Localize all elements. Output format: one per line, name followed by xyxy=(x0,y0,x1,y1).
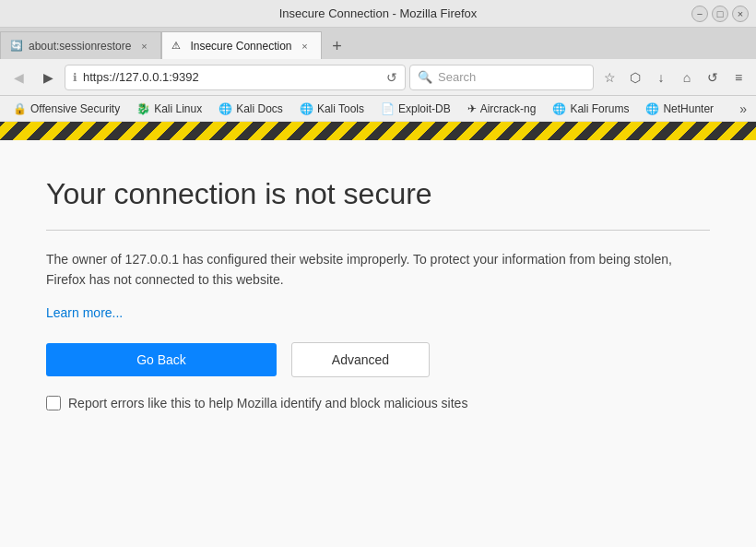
warning-stripe xyxy=(0,122,756,140)
window-controls: − □ × xyxy=(691,6,749,22)
address-bar[interactable]: ℹ https://127.0.0.1:9392 ↺ xyxy=(65,65,406,90)
bookmark-aircrack[interactable]: ✈ Aircrack-ng xyxy=(460,101,544,117)
go-back-button[interactable]: Go Back xyxy=(46,343,277,376)
report-errors-checkbox[interactable] xyxy=(46,396,61,410)
maximize-button[interactable]: □ xyxy=(712,6,728,22)
address-text: https://127.0.0.1:9392 xyxy=(83,70,381,84)
toolbar-icons: ☆ ⬡ ↓ ⌂ ↺ ≡ xyxy=(597,65,750,89)
bookmark-nethunter-icon: 🌐 xyxy=(645,102,659,115)
tab-session-favicon: 🔄 xyxy=(10,40,23,53)
bookmark-nethunter-label: NetHunter xyxy=(663,102,714,115)
home-button[interactable]: ⌂ xyxy=(675,65,699,89)
bookmark-kali-tools-icon: 🌐 xyxy=(300,102,313,115)
tab-insecure-label: Insecure Connection xyxy=(190,40,291,53)
learn-more-link[interactable]: Learn more... xyxy=(46,305,710,320)
bookmark-kali-linux-label: Kali Linux xyxy=(154,102,202,115)
checkbox-row: Report errors like this to help Mozilla … xyxy=(46,396,710,410)
tab-session-label: about:sessionrestore xyxy=(29,40,131,53)
navigation-bar: ◀ ▶ ℹ https://127.0.0.1:9392 ↺ 🔍 Search … xyxy=(0,59,756,96)
bookmark-offensive-security-label: Offensive Security xyxy=(30,102,120,115)
bookmark-kali-forums[interactable]: 🌐 Kali Forums xyxy=(545,101,636,117)
tab-insecure-close[interactable]: × xyxy=(297,39,312,54)
bookmark-exploit-db-label: Exploit-DB xyxy=(398,102,451,115)
tab-session-close[interactable]: × xyxy=(136,39,151,54)
insecure-icon: ℹ xyxy=(73,71,77,84)
bookmark-offensive-security[interactable]: 🔒 Offensive Security xyxy=(6,101,127,117)
downloads-button[interactable]: ↓ xyxy=(649,65,673,89)
bookmark-kali-tools-label: Kali Tools xyxy=(317,102,364,115)
bookmark-kali-linux-icon: 🐉 xyxy=(136,102,150,115)
tab-insecure-favicon: ⚠ xyxy=(171,40,184,53)
main-content: Your connection is not secure The owner … xyxy=(0,140,756,429)
minimize-button[interactable]: − xyxy=(691,6,708,22)
bookmark-kali-forums-label: Kali Forums xyxy=(570,102,629,115)
sync-button[interactable]: ↺ xyxy=(701,65,725,89)
search-icon: 🔍 xyxy=(418,70,432,84)
bookmark-aircrack-icon: ✈ xyxy=(467,102,477,115)
forward-button[interactable]: ▶ xyxy=(35,65,61,90)
bookmarks-more-button[interactable]: » xyxy=(736,100,750,118)
bookmark-kali-docs[interactable]: 🌐 Kali Docs xyxy=(211,101,290,117)
tab-bar: 🔄 about:sessionrestore × ⚠ Insecure Conn… xyxy=(0,28,756,59)
bookmark-kali-docs-icon: 🌐 xyxy=(219,102,232,115)
error-heading: Your connection is not secure xyxy=(46,177,710,211)
bookmark-exploit-db-icon: 📄 xyxy=(381,102,395,115)
back-button[interactable]: ◀ xyxy=(6,65,31,90)
bookmark-aircrack-label: Aircrack-ng xyxy=(480,102,537,115)
buttons-row: Go Back Advanced xyxy=(46,342,710,377)
divider xyxy=(46,230,710,231)
bookmark-kali-tools[interactable]: 🌐 Kali Tools xyxy=(292,101,372,117)
pocket-button[interactable]: ⬡ xyxy=(623,65,647,89)
search-placeholder: Search xyxy=(438,70,476,84)
tab-insecure[interactable]: ⚠ Insecure Connection × xyxy=(161,31,322,59)
bookmark-exploit-db[interactable]: 📄 Exploit-DB xyxy=(373,101,458,117)
bookmark-nethunter[interactable]: 🌐 NetHunter xyxy=(638,101,721,117)
advanced-button[interactable]: Advanced xyxy=(291,342,430,377)
new-tab-button[interactable]: + xyxy=(324,33,349,59)
search-bar[interactable]: 🔍 Search xyxy=(409,65,594,90)
error-description: The owner of 127.0.0.1 has configured th… xyxy=(46,249,710,291)
titlebar: Insecure Connection - Mozilla Firefox − … xyxy=(0,0,756,28)
menu-button[interactable]: ≡ xyxy=(726,65,750,89)
bookmarks-bar: 🔒 Offensive Security 🐉 Kali Linux 🌐 Kali… xyxy=(0,96,756,122)
bookmark-kali-docs-label: Kali Docs xyxy=(236,102,283,115)
bookmark-offensive-security-icon: 🔒 xyxy=(13,102,27,115)
bookmark-star-button[interactable]: ☆ xyxy=(597,65,621,89)
report-errors-label: Report errors like this to help Mozilla … xyxy=(68,396,467,410)
window-title: Insecure Connection - Mozilla Firefox xyxy=(279,6,478,20)
tab-session[interactable]: 🔄 about:sessionrestore × xyxy=(0,31,161,59)
bookmark-kali-linux[interactable]: 🐉 Kali Linux xyxy=(129,101,209,117)
bookmark-kali-forums-icon: 🌐 xyxy=(552,102,566,115)
close-button[interactable]: × xyxy=(732,6,749,22)
reload-button[interactable]: ↺ xyxy=(386,70,397,85)
